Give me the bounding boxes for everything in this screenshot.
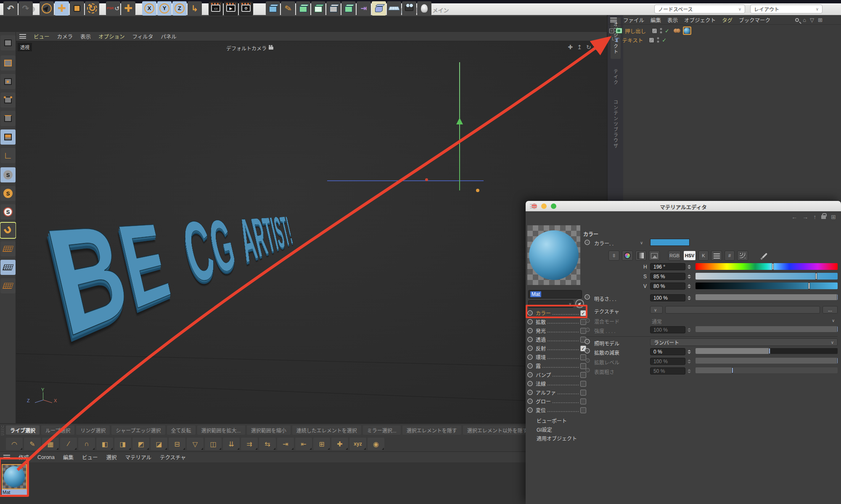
exchange-tool-icon[interactable]: ⇆ <box>259 438 276 450</box>
add-primitive-cube-icon[interactable] <box>266 1 280 16</box>
magnet-tool-icon[interactable]: ∩ <box>78 438 95 450</box>
texture-browse-button[interactable]: ... <box>822 306 838 314</box>
page-gi-settings[interactable]: GI設定 <box>537 425 587 434</box>
nodespace-select[interactable]: ノードスペース∨ <box>654 5 745 13</box>
swatches-mode-icon[interactable] <box>737 251 748 261</box>
channel-row-displacement[interactable]: 変位 <box>527 406 586 414</box>
z-axis-lock-button[interactable]: Z <box>172 1 187 16</box>
menu-icon[interactable] <box>610 18 617 22</box>
align-right-tool-icon[interactable]: ⇥ <box>277 438 294 450</box>
up-icon[interactable]: ↑ <box>813 214 816 220</box>
channel-radio[interactable] <box>527 398 533 404</box>
3d-text-object[interactable]: BE CG ARTIST! <box>37 213 295 355</box>
channel-row-bump[interactable]: バンプ <box>527 370 586 379</box>
axis-mode-icon[interactable]: ∟ <box>0 148 16 163</box>
viewport-menu-filter[interactable]: フィルタ <box>132 32 153 40</box>
object-axis-y[interactable] <box>459 62 460 190</box>
phong-tag-icon[interactable] <box>676 29 680 33</box>
layer-toggle-icon[interactable] <box>652 28 657 34</box>
bevel-tool-icon[interactable]: ◠ <box>6 438 23 450</box>
picture-icon[interactable] <box>649 251 660 261</box>
coordinate-system-icon[interactable]: ↳ <box>188 1 202 16</box>
om-menu-file[interactable]: ファイル <box>623 16 644 24</box>
channel-row-reflectance[interactable]: 反射✓ <box>527 344 586 353</box>
channel-row-fog[interactable]: 霧 <box>527 362 586 370</box>
magnet-tool-icon[interactable] <box>0 223 16 238</box>
spectrum-icon[interactable] <box>635 251 646 261</box>
mm-menu-corona[interactable]: Corona <box>37 454 55 460</box>
visibility-dots[interactable] <box>660 28 662 34</box>
edge-mode-icon[interactable] <box>0 111 16 126</box>
mm-menu-select[interactable]: 選択 <box>106 453 117 461</box>
object-name[interactable]: 押し出し <box>625 27 646 35</box>
axis-handle-red[interactable] <box>425 178 428 181</box>
chevron-down-icon[interactable]: ∨ <box>640 240 643 245</box>
object-row-text[interactable]: └ T テキスト ✓ <box>607 35 825 45</box>
hex-mode-button[interactable]: # <box>725 251 735 261</box>
menu-icon[interactable] <box>19 34 26 39</box>
hue-slider[interactable] <box>696 263 838 270</box>
tab-takes[interactable]: テイク <box>611 65 621 90</box>
scale-tool-icon[interactable] <box>70 1 84 16</box>
rotate-tool-icon[interactable]: ↻ <box>85 1 99 16</box>
channel-row-normal[interactable]: 法線 <box>527 379 586 388</box>
drag-handle[interactable] <box>1 425 4 435</box>
axis-arrow-icon[interactable] <box>456 118 463 124</box>
mm-menu-edit[interactable]: 編集 <box>63 453 74 461</box>
illumination-select[interactable]: ランバート ∨ <box>650 338 838 346</box>
value-value[interactable]: 80 % <box>650 282 685 290</box>
mm-menu-material[interactable]: マテリアル <box>125 453 151 461</box>
material-preview[interactable] <box>527 225 580 285</box>
mm-menu-view[interactable]: ビュー <box>82 453 98 461</box>
object-row-extrude[interactable]: − 押し出し ✓ <box>607 26 825 35</box>
filter-icon[interactable]: ▽ <box>810 17 814 23</box>
kelvin-mode-button[interactable]: K <box>698 251 709 261</box>
constraint-icon[interactable]: ⇥ <box>357 1 371 16</box>
om-menu-view[interactable]: 表示 <box>667 16 678 24</box>
bridge-tool-icon[interactable]: ◫ <box>205 438 222 450</box>
grow-selection-button[interactable]: 選択範囲を拡大... <box>197 425 245 435</box>
render-play-button[interactable]: ▶ <box>224 1 238 16</box>
cage-tool-icon[interactable]: ◉ <box>368 438 384 450</box>
value-slider[interactable] <box>696 282 838 289</box>
redo-button[interactable]: ↷ <box>19 1 33 16</box>
viewport-menu-options[interactable]: オプション <box>98 32 125 40</box>
shrink-selection-button[interactable]: 選択範囲を縮小 <box>247 425 291 435</box>
boolean-generator-icon[interactable] <box>311 1 325 16</box>
om-menu-object[interactable]: オブジェクト <box>684 16 716 24</box>
channel-checkbox[interactable] <box>580 390 586 396</box>
pen-tool-icon[interactable]: ✎ <box>24 438 41 450</box>
align-workplane-icon[interactable] <box>0 278 16 293</box>
pan-view-icon[interactable]: ✚ <box>568 44 573 50</box>
zoom-view-icon[interactable]: ↥ <box>577 44 582 50</box>
viewport-menu-panel[interactable]: パネル <box>161 32 177 40</box>
snap-3d-icon[interactable]: S <box>0 204 16 219</box>
axis-handle-orange[interactable] <box>476 189 479 192</box>
channel-radio[interactable] <box>527 328 533 333</box>
deformer-icon[interactable] <box>326 1 341 16</box>
saturation-value[interactable]: 85 % <box>650 273 685 280</box>
weld-tool-icon[interactable]: ⊟ <box>169 438 185 450</box>
live-selection-button[interactable]: ライブ選択 <box>6 425 40 435</box>
polygon-mode-icon[interactable] <box>0 129 16 145</box>
smooth-shift-tool-icon[interactable]: ◪ <box>151 438 167 450</box>
toggle-view-icon[interactable]: ◱ <box>595 44 601 50</box>
hue-value[interactable]: 196 ° <box>650 263 685 270</box>
viewport-menu-view[interactable]: ビュー <box>34 32 50 40</box>
texture-dropdown-button[interactable]: ∨ <box>650 306 663 314</box>
channel-radio[interactable] <box>527 354 533 360</box>
rotate-view-icon[interactable]: ↻ <box>586 44 591 50</box>
channel-row-alpha[interactable]: アルファ <box>527 388 586 397</box>
illumination-radio[interactable] <box>584 339 590 344</box>
light-object-icon[interactable] <box>417 1 431 16</box>
visibility-dots[interactable] <box>657 37 659 43</box>
channel-radio[interactable] <box>527 390 533 395</box>
ring-selection-button[interactable]: リング選択 <box>76 425 110 435</box>
saturation-spinner[interactable] <box>686 273 692 280</box>
rgb-mode-button[interactable]: RGB <box>668 251 681 261</box>
extrude-tool-icon[interactable]: ◧ <box>96 438 113 450</box>
color-radio[interactable] <box>584 240 590 245</box>
slide-tool-icon[interactable]: ⇉ <box>241 438 258 450</box>
color-wheel-icon[interactable] <box>622 251 633 261</box>
invert-all-button[interactable]: 全て反転 <box>167 425 196 435</box>
